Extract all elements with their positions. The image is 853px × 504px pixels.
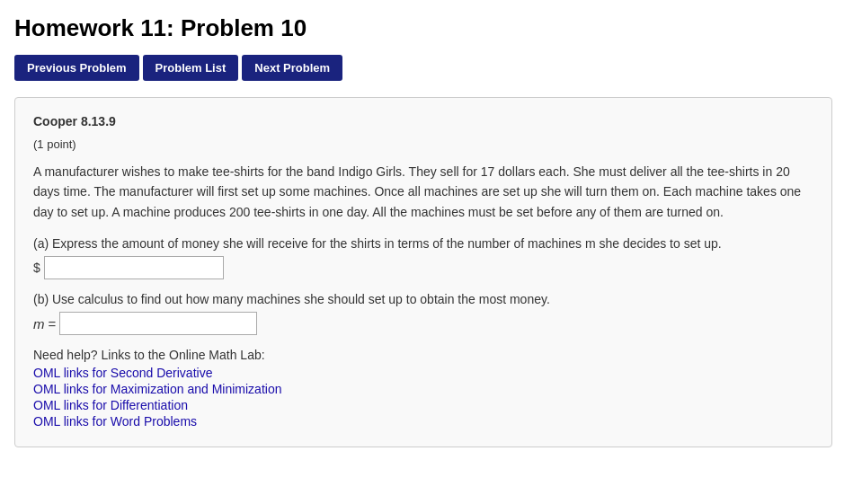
part-a-label: (a) Express the amount of money she will…	[33, 236, 813, 251]
problem-description: A manufacturer wishes to make tee-shirts…	[33, 162, 813, 222]
problem-ref: Cooper 8.13.9	[33, 114, 813, 128]
problem-list-button[interactable]: Problem List	[143, 55, 239, 81]
nav-buttons: Previous Problem Problem List Next Probl…	[14, 55, 839, 81]
part-a-input-row: $	[33, 256, 813, 279]
m-prefix: m	[33, 316, 45, 332]
part-a-input[interactable]	[44, 256, 224, 279]
oml-link-second-derivative[interactable]: OML links for Second Derivative	[33, 366, 813, 380]
problem-box: Cooper 8.13.9 (1 point) A manufacturer w…	[14, 97, 832, 447]
part-b-input[interactable]	[59, 312, 257, 335]
page-title: Homework 11: Problem 10	[14, 14, 839, 42]
part-b-input-row: m =	[33, 312, 813, 335]
oml-link-differentiation[interactable]: OML links for Differentiation	[33, 398, 813, 412]
problem-points: (1 point)	[33, 137, 813, 151]
part-b-label: (b) Use calculus to find out how many ma…	[33, 292, 813, 306]
equals-sign: =	[49, 316, 57, 332]
prev-problem-button[interactable]: Previous Problem	[14, 55, 139, 81]
next-problem-button[interactable]: Next Problem	[242, 55, 342, 81]
help-section: Need help? Links to the Online Math Lab:…	[33, 348, 813, 429]
oml-link-word-problems[interactable]: OML links for Word Problems	[33, 414, 813, 429]
help-title: Need help? Links to the Online Math Lab:	[33, 348, 813, 362]
dollar-prefix: $	[33, 261, 40, 275]
oml-link-maximization[interactable]: OML links for Maximization and Minimizat…	[33, 382, 813, 396]
